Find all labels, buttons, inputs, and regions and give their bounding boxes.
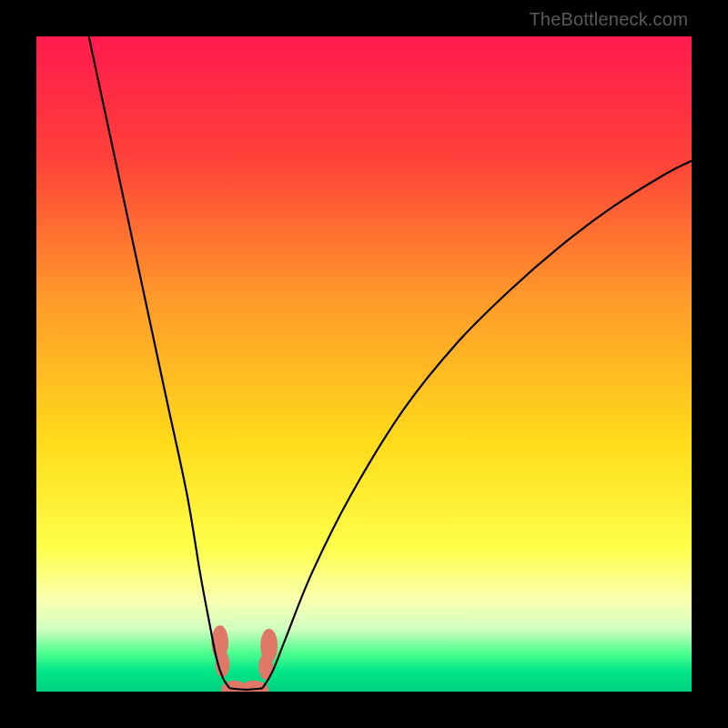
chart-plot-area xyxy=(36,36,692,692)
chart-curve-layer xyxy=(36,36,692,692)
chart-curve-left xyxy=(89,36,230,688)
watermark-text: TheBottleneck.com xyxy=(529,9,688,30)
chart-container: TheBottleneck.com xyxy=(0,0,728,728)
chart-curve-right xyxy=(262,161,692,689)
